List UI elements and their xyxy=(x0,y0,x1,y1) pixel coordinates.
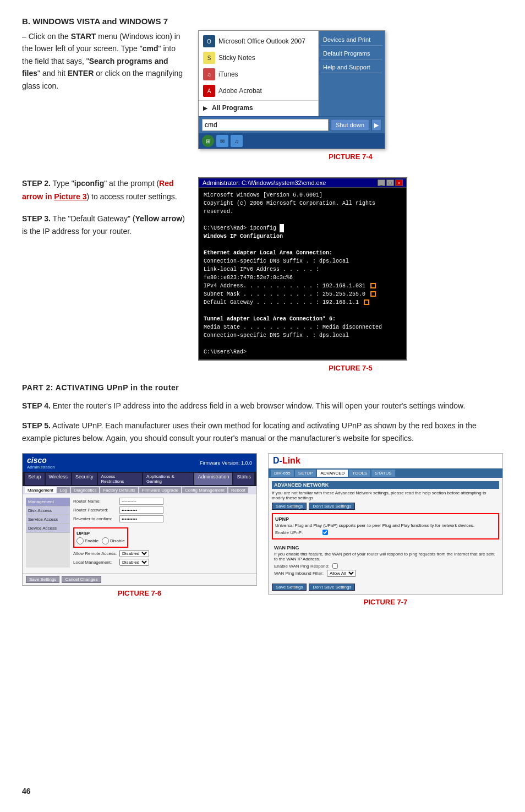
cisco-tab-access[interactable]: Access Restrictions xyxy=(98,473,142,485)
cisco-subtabs: Management Log Diagnostics Factory Defau… xyxy=(23,486,256,494)
taskbar-icon-media[interactable]: ♫ xyxy=(231,135,243,147)
cisco-sidebar-disk[interactable]: Disk Access xyxy=(26,506,70,515)
wan-ping-section: WAN PING If you enable this feature, the… xyxy=(272,543,499,580)
cisco-sidebar-management[interactable]: Management xyxy=(26,498,70,506)
cisco-tab-apps[interactable]: Applications & Gaming xyxy=(143,473,193,485)
cisco-main: Router Name: Router Password: Re-enter t… xyxy=(73,498,253,568)
dlink-nav-status[interactable]: STATUS xyxy=(371,470,395,477)
cmd-screenshot: Administrator: C:\Windows\system32\cmd.e… xyxy=(198,177,503,372)
right-menu-devices[interactable]: Devices and Print xyxy=(321,34,382,46)
menu-item-outlook[interactable]: O Microsoft Office Outlook 2007 xyxy=(199,33,318,50)
cisco-remote-select[interactable]: Disabled Enabled xyxy=(119,550,149,557)
cisco-password-input[interactable] xyxy=(119,506,163,514)
menu-item-itunes[interactable]: ♫ iTunes xyxy=(199,66,318,83)
cisco-tab-wireless[interactable]: Wireless xyxy=(46,473,72,485)
upnp-red-box: UPnP Enable Disable xyxy=(73,527,128,548)
dlink-wan-ping-label: Enable WAN Ping Respond: xyxy=(274,564,329,569)
cisco-confirm-input[interactable] xyxy=(119,515,163,522)
taskbar-icon-mail[interactable]: ✉ xyxy=(216,135,228,147)
close-button[interactable]: × xyxy=(395,179,403,186)
dlink-ping-filter-select[interactable]: Allow All xyxy=(327,570,356,577)
start-menu-right: Devices and Print Default Programs Help … xyxy=(319,31,385,116)
cisco-subtab-config[interactable]: Config Management xyxy=(182,487,227,493)
menu-item-itunes-label: iTunes xyxy=(218,70,238,78)
dlink-ping-inbound-label: WAN Ping Inbound Filter: xyxy=(274,571,324,576)
dlink-nav-tools[interactable]: TOOLS xyxy=(349,470,370,477)
cisco-tab-admin[interactable]: Administration xyxy=(194,473,232,485)
section-b-description: – Click on the START menu (Windows icon)… xyxy=(22,30,187,92)
cmd-title: Administrator: C:\Windows\system32\cmd.e… xyxy=(203,179,326,186)
cmd-section3: Tunnel adapter Local Area Connection* 6: xyxy=(204,315,402,323)
menu-item-acrobat[interactable]: A Adobe Acrobat xyxy=(199,83,318,99)
cisco-tab-security[interactable]: Security xyxy=(72,473,97,485)
upnp-dlink-box: UPNP Universal Plug and Play (UPnP) supp… xyxy=(272,513,499,539)
dlink-nav-dir655[interactable]: DIR-655 xyxy=(271,470,294,477)
dlink-nav: DIR-655 SETUP ADVANCED TOOLS STATUS xyxy=(269,468,502,478)
dlink-upnp-checkbox[interactable] xyxy=(322,530,328,535)
minimize-button[interactable]: _ xyxy=(378,179,385,186)
cisco-tab-setup[interactable]: Setup xyxy=(25,473,45,485)
section-b: B. WINDOWS VISTA and WINDOWS 7 – Click o… xyxy=(22,17,503,161)
cisco-content: Management Disk Access Service Access De… xyxy=(23,494,256,571)
cisco-header: cisco Administration Firmware Version: 1… xyxy=(23,454,256,472)
dlink-dont-save-top[interactable]: Don't Save Settings xyxy=(309,503,355,510)
step2-label: STEP 2. xyxy=(22,179,51,188)
cmd-dns: Connection-specific DNS Suffix . : dps.l… xyxy=(204,257,402,265)
cmd-search-input[interactable] xyxy=(202,119,329,131)
cmd-controls: _ □ × xyxy=(378,179,403,186)
shutdown-arrow-button[interactable]: ▶ xyxy=(371,119,381,131)
restore-button[interactable]: □ xyxy=(386,179,394,186)
dlink-nav-advanced[interactable]: ADVANCED xyxy=(317,470,348,477)
shutdown-button[interactable]: Shut down xyxy=(331,119,369,131)
dlink-router-screenshot: D-Link DIR-655 SETUP ADVANCED TOOLS STAT… xyxy=(268,453,503,595)
menu-item-all-programs[interactable]: ▶ All Programs xyxy=(199,102,318,114)
cisco-tab-status[interactable]: Status xyxy=(233,473,254,485)
cisco-subtab-log[interactable]: Log xyxy=(57,487,70,493)
dlink-help-text: If you are not familiar with these Advan… xyxy=(272,491,499,500)
step2-paragraph: STEP 2. Type "ipconfig" at the prompt (R… xyxy=(22,177,187,204)
cisco-save-button[interactable]: Save Settings xyxy=(26,576,59,583)
cisco-sidebar-device[interactable]: Device Access xyxy=(26,524,70,533)
picture-7-5-label: PICTURE 7-5 xyxy=(198,364,503,372)
dlink-dont-save-bottom[interactable]: Don't Save Settings xyxy=(309,584,355,591)
cisco-router-name-input[interactable] xyxy=(119,498,163,505)
step4-block: STEP 4. Enter the router's IP address in… xyxy=(22,400,503,412)
step3-label: STEP 3. xyxy=(22,214,51,223)
cisco-block: cisco Administration Firmware Version: 1… xyxy=(22,453,257,606)
cisco-subtab-reboot[interactable]: Reboot xyxy=(228,487,248,493)
cisco-cancel-button[interactable]: Cancel Changes xyxy=(62,576,101,583)
right-menu-help[interactable]: Help and Support xyxy=(321,62,382,73)
taskbar: ⊞ ✉ ♫ xyxy=(199,133,385,149)
upnp-disable-label: Disable xyxy=(102,537,125,544)
cisco-local-select[interactable]: Disabled Enabled xyxy=(119,559,149,566)
dlink-save-buttons: Save Settings Don't Save Settings xyxy=(272,503,499,510)
cisco-subtab-factory[interactable]: Factory Defaults xyxy=(100,487,138,493)
picture-7-7-label: PICTURE 7-7 xyxy=(268,598,503,606)
cisco-extra-label1: Allow Remote Access: xyxy=(73,551,117,556)
cisco-router-name-label: Router Name: xyxy=(73,499,117,504)
upnp-options: Enable Disable xyxy=(76,537,125,544)
dlink-save-settings-top[interactable]: Save Settings xyxy=(272,503,307,510)
dlink-nav-setup[interactable]: SETUP xyxy=(295,470,316,477)
dlink-block: D-Link DIR-655 SETUP ADVANCED TOOLS STAT… xyxy=(268,453,503,606)
arrow-right-icon: ▶ xyxy=(203,105,207,111)
cisco-bottom-buttons: Save Settings Cancel Changes xyxy=(23,573,256,585)
cisco-subtab-diagnostics[interactable]: Diagnostics xyxy=(71,487,99,493)
right-menu-default-programs[interactable]: Default Programs xyxy=(321,48,382,59)
upnp-enable-radio[interactable] xyxy=(76,537,84,544)
dlink-ping-inbound-row: WAN Ping Inbound Filter: Allow All xyxy=(274,570,497,577)
start-button[interactable]: ⊞ xyxy=(202,135,214,147)
cisco-sidebar-service[interactable]: Service Access xyxy=(26,515,70,524)
cisco-subtab-management[interactable]: Management xyxy=(25,487,56,493)
menu-item-sticky[interactable]: S Sticky Notes xyxy=(199,50,318,66)
dlink-wan-ping-checkbox[interactable] xyxy=(332,563,338,569)
cmd-gateway: Default Gateway . . . . . . . . . : 192.… xyxy=(204,298,402,307)
menu-item-acrobat-label: Adobe Acrobat xyxy=(218,87,262,95)
upnp-disable-radio[interactable] xyxy=(102,537,109,544)
cmd-prompt2: C:\Users\Rad> xyxy=(204,348,402,356)
itunes-icon: ♫ xyxy=(203,68,215,80)
cisco-subtab-firmware[interactable]: Firmware Upgrade xyxy=(139,487,181,493)
cmd-dns2: Connection-specific DNS Suffix . : dps.l… xyxy=(204,331,402,340)
cisco-tab-nav: Setup Wireless Security Access Restricti… xyxy=(23,472,256,486)
dlink-save-settings-bottom[interactable]: Save Settings xyxy=(272,584,307,591)
